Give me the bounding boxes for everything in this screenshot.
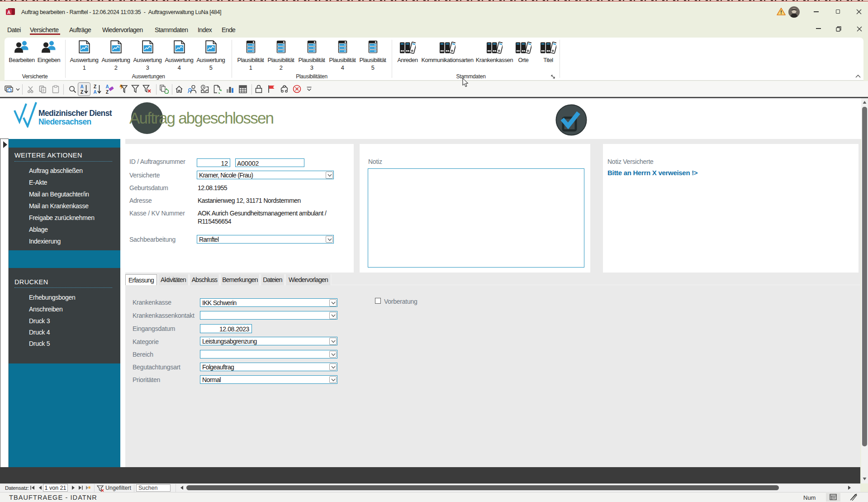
svg-text:Z: Z	[94, 84, 96, 89]
svg-text:A: A	[93, 90, 96, 95]
svg-text:A: A	[105, 84, 109, 89]
svg-text:Z: Z	[81, 90, 83, 95]
svg-text:Z: Z	[106, 90, 109, 95]
svg-text:A: A	[80, 84, 83, 89]
svg-text:A: A	[7, 10, 10, 15]
